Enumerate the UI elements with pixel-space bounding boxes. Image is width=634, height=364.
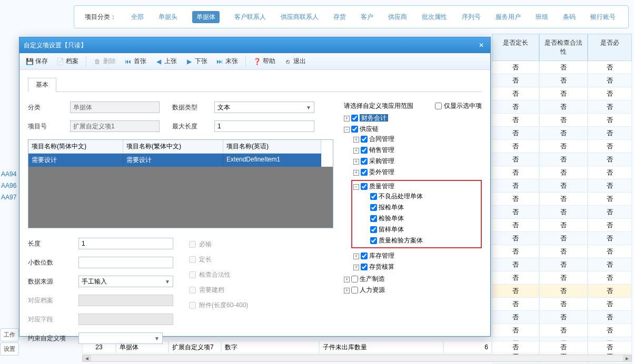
table-row[interactable]: 否否否 bbox=[492, 285, 632, 298]
filter-item[interactable]: 单据头 bbox=[158, 13, 177, 22]
table-row[interactable]: 否否否 bbox=[492, 74, 632, 87]
table-row[interactable]: 否否否 bbox=[492, 219, 632, 232]
side-tab[interactable]: 工作 bbox=[0, 328, 19, 341]
tree-node[interactable]: +采购管理 bbox=[353, 156, 482, 167]
expand-icon[interactable]: + bbox=[353, 170, 359, 176]
scroll-right-icon[interactable]: ▸ bbox=[623, 355, 631, 361]
category-field[interactable] bbox=[70, 102, 160, 113]
collapse-icon[interactable]: − bbox=[344, 127, 350, 133]
filter-item[interactable]: 序列号 bbox=[462, 13, 481, 22]
tree-leaf[interactable]: 留样单体 bbox=[363, 224, 480, 235]
prev-button[interactable]: ◀上张 bbox=[152, 56, 180, 67]
scroll-left-icon[interactable]: ◂ bbox=[83, 355, 91, 361]
need-archive-checkbox[interactable]: 需要建档 bbox=[189, 286, 248, 295]
table-row[interactable]: 否否否 bbox=[492, 298, 632, 311]
cell[interactable]: 否 bbox=[588, 341, 632, 353]
expand-icon[interactable]: + bbox=[353, 265, 359, 270]
filter-item[interactable]: 班组 bbox=[536, 13, 548, 22]
col-header[interactable]: 项目名称(简体中文) bbox=[28, 140, 123, 154]
tree-node[interactable]: +存货核算 bbox=[353, 261, 482, 272]
side-tab[interactable]: 设置 bbox=[0, 342, 19, 356]
save-button[interactable]: 💾保存 bbox=[23, 56, 51, 67]
tree-node[interactable]: +销售管理 bbox=[353, 145, 482, 156]
col-header[interactable]: 项目名称(英语) bbox=[223, 140, 321, 154]
tree-node[interactable]: +合同管理 bbox=[353, 134, 482, 145]
table-row[interactable]: 否否否 bbox=[492, 61, 632, 74]
table-row[interactable]: 否否否 bbox=[492, 245, 632, 258]
filter-item[interactable]: 客户 bbox=[361, 13, 373, 22]
delete-button[interactable]: 🗑删除 bbox=[91, 56, 119, 67]
cell[interactable]: 否 bbox=[539, 341, 588, 353]
expand-icon[interactable]: + bbox=[353, 159, 359, 165]
scope-tree[interactable]: +财务会计 −供应链 +合同管理 +销售管理 +采购管理 +委外管理 −质量管理 bbox=[344, 113, 482, 339]
table-row[interactable]: 否否否 bbox=[492, 232, 632, 245]
tree-leaf[interactable]: 不良品处理单体 bbox=[363, 191, 480, 202]
expand-icon[interactable]: + bbox=[353, 254, 359, 259]
filter-item[interactable]: 供应商 bbox=[388, 13, 407, 22]
table-row[interactable]: 否否否 bbox=[492, 193, 632, 206]
table-row[interactable]: 否否否 bbox=[492, 166, 632, 179]
table-row[interactable]: 否否否 bbox=[492, 87, 632, 100]
fixed-len-checkbox[interactable]: 定长 bbox=[189, 255, 248, 264]
table-row[interactable]: 否否否 bbox=[492, 206, 632, 219]
expand-icon[interactable]: + bbox=[344, 277, 350, 282]
only-selected-checkbox[interactable]: 仅显示选中项 bbox=[435, 102, 482, 110]
check-valid-checkbox[interactable]: 检查合法性 bbox=[189, 270, 248, 279]
expand-icon[interactable]: + bbox=[344, 288, 350, 294]
archive-button[interactable]: 📄档案 bbox=[53, 56, 82, 67]
col-header[interactable]: 是否检查合法性 bbox=[539, 34, 588, 61]
table-row[interactable]: 否否否 bbox=[492, 258, 632, 271]
horizontal-scrollbar[interactable]: ◂ ▸ bbox=[82, 355, 632, 362]
tree-node[interactable]: +人力资源 bbox=[344, 285, 482, 296]
tree-leaf[interactable]: 检验单体 bbox=[363, 213, 480, 224]
filter-item[interactable]: 银行账号 bbox=[590, 13, 616, 22]
filter-item[interactable]: 服务用户 bbox=[496, 13, 521, 22]
table-row[interactable]: 否否否 bbox=[492, 100, 632, 114]
first-button[interactable]: ⏮首张 bbox=[121, 56, 150, 67]
side-link[interactable]: AA96 bbox=[0, 180, 17, 191]
table-row[interactable]: 否否否 bbox=[492, 153, 632, 166]
data-source-select[interactable]: 手工输入▼ bbox=[78, 276, 173, 287]
table-row[interactable]: 否否否 bbox=[492, 179, 632, 193]
side-link[interactable]: AA97 bbox=[0, 191, 17, 203]
tree-node[interactable]: −供应链 +合同管理 +销售管理 +采购管理 +委外管理 −质量管理 bbox=[344, 124, 482, 274]
side-link[interactable]: AA94 bbox=[0, 168, 17, 180]
max-len-field[interactable] bbox=[214, 120, 314, 132]
last-button[interactable]: ⏭末张 bbox=[213, 56, 241, 67]
filter-item[interactable]: 全部 bbox=[131, 13, 144, 22]
tree-leaf[interactable]: 报检单体 bbox=[363, 202, 480, 213]
table-row[interactable]: 否否否 bbox=[492, 271, 632, 285]
item-no-field[interactable] bbox=[70, 120, 160, 132]
help-button[interactable]: ❓帮助 bbox=[250, 56, 279, 67]
exit-button[interactable]: ⎋退出 bbox=[281, 56, 309, 67]
filter-item-active[interactable]: 单据体 bbox=[192, 11, 220, 23]
constraint-select[interactable]: ▼ bbox=[78, 332, 163, 344]
table-row[interactable]: 否否否 bbox=[492, 140, 632, 153]
filter-item[interactable]: 存货 bbox=[333, 13, 346, 22]
tree-node[interactable]: +委外管理 bbox=[353, 167, 482, 178]
tree-leaf[interactable]: 质量检验方案体 bbox=[363, 235, 480, 246]
collapse-icon[interactable]: − bbox=[353, 184, 359, 190]
close-icon[interactable]: ✕ bbox=[477, 41, 486, 50]
filter-item[interactable]: 供应商联系人 bbox=[281, 13, 319, 22]
col-header[interactable]: 是否定长 bbox=[492, 34, 539, 61]
col-header[interactable]: 项目名称(繁体中文) bbox=[123, 140, 223, 154]
next-button[interactable]: ▶下张 bbox=[182, 56, 211, 67]
expand-icon[interactable]: + bbox=[344, 116, 350, 122]
attachment-checkbox[interactable]: 附件(长度60-400) bbox=[189, 301, 248, 310]
tree-node[interactable]: +生产制造 bbox=[344, 274, 482, 285]
cell[interactable]: 否 bbox=[492, 341, 539, 353]
tree-node[interactable]: −质量管理 bbox=[353, 182, 480, 191]
filter-item[interactable]: 批次属性 bbox=[422, 13, 447, 22]
tree-node[interactable]: +财务会计 bbox=[344, 113, 482, 124]
expand-icon[interactable]: + bbox=[353, 148, 359, 154]
expand-icon[interactable]: + bbox=[353, 137, 359, 143]
table-row[interactable]: 需要设计 需要设计 ExtendDefineItem1 bbox=[28, 154, 333, 167]
table-row[interactable]: 否否否 bbox=[492, 114, 632, 127]
filter-item[interactable]: 客户联系人 bbox=[234, 13, 266, 22]
table-row[interactable]: 否否否 bbox=[492, 324, 632, 337]
required-checkbox[interactable]: 必输 bbox=[189, 240, 248, 249]
data-type-select[interactable]: 文本▼ bbox=[214, 102, 314, 113]
table-row[interactable]: 否否否 bbox=[492, 311, 632, 324]
filter-item[interactable]: 条码 bbox=[563, 13, 576, 22]
